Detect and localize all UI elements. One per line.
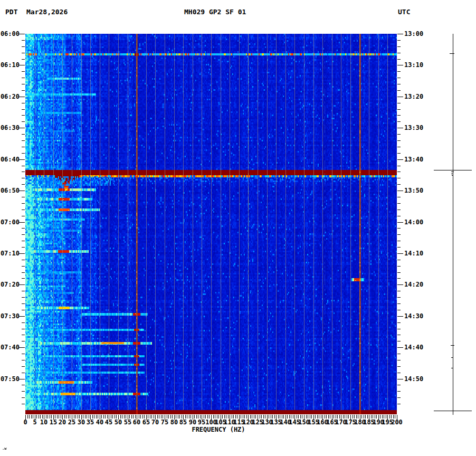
amplitude-trace xyxy=(0,0,476,456)
footer-mark: .w xyxy=(2,447,6,451)
spectrogram-page: PDT Mar28,2026 MH029 GP2 SF 01 UTC 06:00… xyxy=(0,0,476,456)
